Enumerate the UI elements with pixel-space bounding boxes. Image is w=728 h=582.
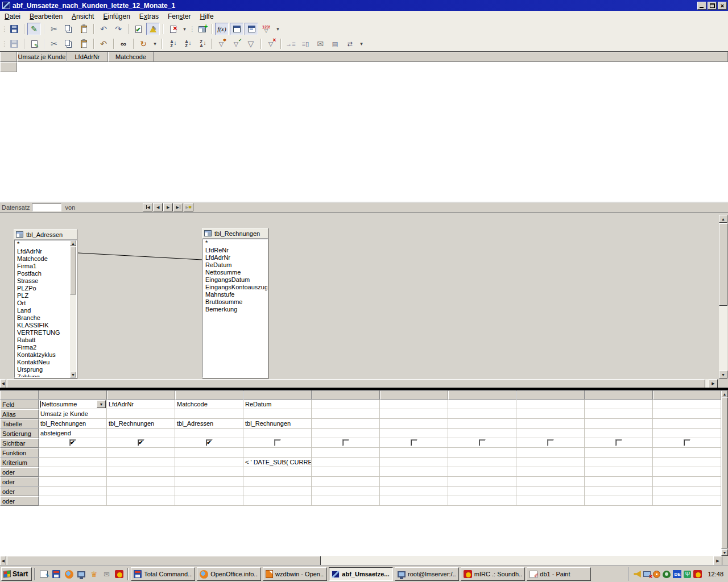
grid-cell-oder[interactable]: [39, 496, 107, 506]
preview-corner-cell[interactable]: [0, 52, 17, 62]
taskbar-button[interactable]: mIRC .: Soundh...: [461, 567, 525, 581]
scroll-thumb[interactable]: [7, 379, 705, 388]
grid-cell-alias[interactable]: [585, 409, 653, 419]
keyboard-layout-icon[interactable]: DE: [673, 570, 681, 578]
scroll-thumb[interactable]: [7, 556, 321, 566]
grid-cell-oder[interactable]: [312, 496, 380, 506]
grid-cell-sortierung[interactable]: [175, 429, 243, 438]
restore-button[interactable]: [708, 2, 717, 10]
grid-cell-sortierung[interactable]: absteigend: [39, 429, 107, 438]
visible-checkbox[interactable]: [615, 439, 622, 446]
grid-cell-alias[interactable]: [380, 409, 448, 419]
grid-cell-feld[interactable]: [653, 400, 721, 409]
grid-cell-tabelle[interactable]: tbl_Rechnungen: [39, 419, 107, 429]
grid-horizontal-scrollbar[interactable]: ◀ ▶: [0, 556, 722, 566]
first-record-button[interactable]: ◀: [143, 203, 152, 211]
grid-cell-kriterium[interactable]: [653, 458, 721, 467]
menu-extras[interactable]: Extras: [135, 11, 163, 21]
grid-cell-oder[interactable]: [585, 496, 653, 506]
grid-cell-funktion[interactable]: [585, 448, 653, 458]
grid-cell-funktion[interactable]: [653, 448, 721, 458]
grid-cell-sortierung[interactable]: [448, 429, 516, 438]
grid-cell-oder[interactable]: [380, 487, 448, 496]
grid-cell-kriterium[interactable]: [380, 458, 448, 467]
taskbar-button[interactable]: db1 - Paint: [527, 567, 591, 581]
field-item[interactable]: Ursprung: [15, 366, 76, 373]
field-item[interactable]: LfdAdrNr: [15, 248, 76, 255]
grid-cell-feld[interactable]: [448, 400, 516, 409]
field-item[interactable]: KLASSIFIK: [15, 322, 76, 329]
minimize-button[interactable]: [697, 2, 706, 10]
field-item[interactable]: PLZPo: [15, 285, 76, 292]
next-record-button[interactable]: ▶: [163, 203, 173, 211]
field-item[interactable]: Nettosumme: [203, 269, 267, 276]
grid-cell-alias[interactable]: [312, 409, 380, 419]
menu-bearbeiten[interactable]: Bearbeiten: [25, 11, 67, 21]
grid-cell-oder[interactable]: [107, 477, 175, 487]
toolbar-grip[interactable]: ⋮: [1, 40, 6, 48]
paste-button[interactable]: [77, 23, 90, 35]
previous-record-button[interactable]: ◀: [153, 203, 163, 211]
visible-cell[interactable]: [653, 438, 721, 448]
grid-cell-funktion[interactable]: [380, 448, 448, 458]
explorer-button[interactable]: [343, 38, 357, 50]
grid-cell-oder[interactable]: [448, 487, 516, 496]
functions-button[interactable]: f(x): [215, 23, 229, 35]
grid-cell-alias[interactable]: [175, 409, 243, 419]
sort-descending-button[interactable]: ZA: [195, 38, 208, 50]
taskbar-button[interactable]: root@lmserver:/...: [395, 567, 459, 581]
table-window-titlebar[interactable]: tbl_Adressen: [14, 230, 77, 240]
field-item[interactable]: EingangsKontoauszug: [203, 284, 267, 291]
scroll-up-button[interactable]: ▲: [721, 390, 728, 397]
run-query-button[interactable]: [131, 23, 145, 35]
scroll-up-button[interactable]: ▲: [719, 215, 727, 223]
grid-cell-oder[interactable]: [653, 477, 721, 487]
scroll-down-button[interactable]: ▼: [721, 549, 728, 556]
grid-cell-sortierung[interactable]: [380, 429, 448, 438]
grid-cell-oder[interactable]: [448, 496, 516, 506]
record-number-input[interactable]: [32, 203, 61, 211]
grid-column-header[interactable]: [380, 390, 448, 400]
field-item[interactable]: *: [15, 240, 76, 248]
field-item[interactable]: EingangsDatum: [203, 276, 267, 284]
data-to-text-button[interactable]: [284, 38, 297, 50]
grid-cell-tabelle[interactable]: [312, 419, 380, 429]
visible-cell[interactable]: ✔: [107, 438, 175, 448]
start-button[interactable]: Start: [1, 567, 32, 581]
visible-cell[interactable]: ✔: [39, 438, 107, 448]
field-item[interactable]: KontaktNeu: [15, 359, 76, 366]
alias-button[interactable]: [245, 23, 258, 35]
grid-column-header[interactable]: [107, 390, 175, 400]
copy2-button[interactable]: [62, 38, 76, 50]
field-item[interactable]: LfdAdrNr: [203, 254, 267, 261]
field-item[interactable]: Bruttosumme: [203, 298, 267, 306]
standard-filter-button[interactable]: ▽: [244, 38, 258, 50]
grid-cell-oder[interactable]: [516, 496, 585, 506]
grid-cell-oder[interactable]: [243, 496, 312, 506]
field-item[interactable]: Bemerkung: [203, 306, 267, 313]
grid-cell-sortierung[interactable]: [585, 429, 653, 438]
refresh-button[interactable]: ↻: [136, 38, 150, 50]
preview-column-header[interactable]: Matchcode: [108, 52, 154, 62]
grid-cell-kriterium[interactable]: [448, 458, 516, 467]
sort-ascending-button[interactable]: AZ: [180, 38, 193, 50]
grid-cell-oder[interactable]: [448, 477, 516, 487]
scroll-right-button[interactable]: ▶: [713, 556, 722, 566]
grid-cell-oder[interactable]: [107, 467, 175, 477]
taskbar-button[interactable]: abf_Umsaetze...: [329, 567, 393, 581]
remove-filter-button[interactable]: [264, 38, 278, 50]
grid-cell-kriterium[interactable]: [107, 458, 175, 467]
menu-datei[interactable]: Datei: [0, 11, 25, 21]
grid-cell-oder[interactable]: [312, 477, 380, 487]
visible-checkbox[interactable]: ✔: [206, 439, 213, 446]
volume-icon[interactable]: [634, 571, 641, 577]
grid-column-header[interactable]: [39, 390, 107, 400]
field-item[interactable]: Firma1: [15, 263, 76, 270]
mail-icon[interactable]: ✉: [101, 569, 111, 579]
grid-cell-sortierung[interactable]: [312, 429, 380, 438]
grid-cell-oder[interactable]: [243, 487, 312, 496]
grid-cell-funktion[interactable]: [243, 448, 312, 458]
grid-cell-tabelle[interactable]: [380, 419, 448, 429]
autofilter-button[interactable]: [214, 38, 228, 50]
field-item[interactable]: *: [203, 239, 267, 247]
